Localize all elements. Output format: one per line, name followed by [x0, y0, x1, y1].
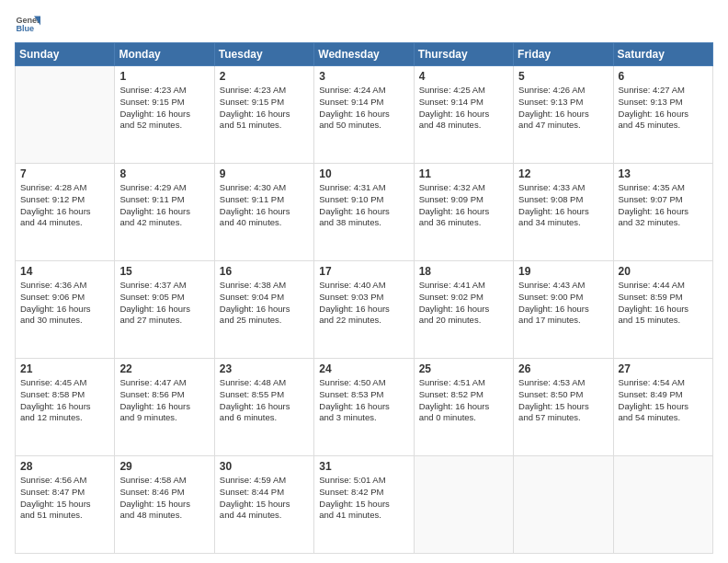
day-info: Sunrise: 4:50 AM Sunset: 8:53 PM Dayligh… — [319, 377, 408, 424]
day-info: Sunrise: 4:25 AM Sunset: 9:14 PM Dayligh… — [419, 85, 508, 132]
day-info: Sunrise: 4:44 AM Sunset: 8:59 PM Dayligh… — [619, 280, 708, 327]
calendar-week-1: 7Sunrise: 4:28 AM Sunset: 9:12 PM Daylig… — [16, 164, 713, 261]
calendar-cell: 25Sunrise: 4:51 AM Sunset: 8:52 PM Dayli… — [414, 359, 513, 456]
calendar-cell: 28Sunrise: 4:56 AM Sunset: 8:47 PM Dayli… — [16, 456, 115, 554]
calendar-cell: 4Sunrise: 4:25 AM Sunset: 9:14 PM Daylig… — [414, 66, 513, 164]
day-number: 31 — [319, 460, 408, 473]
calendar-cell: 19Sunrise: 4:43 AM Sunset: 9:00 PM Dayli… — [514, 261, 613, 359]
calendar-week-0: 1Sunrise: 4:23 AM Sunset: 9:15 PM Daylig… — [16, 66, 713, 164]
calendar-cell — [414, 456, 513, 554]
day-info: Sunrise: 4:47 AM Sunset: 8:56 PM Dayligh… — [119, 377, 209, 424]
day-number: 18 — [419, 265, 508, 278]
day-info: Sunrise: 4:36 AM Sunset: 9:06 PM Dayligh… — [20, 280, 109, 327]
calendar-cell: 27Sunrise: 4:54 AM Sunset: 8:49 PM Dayli… — [613, 359, 712, 456]
day-number: 3 — [319, 70, 408, 83]
day-number: 21 — [20, 362, 109, 375]
day-number: 16 — [220, 265, 309, 278]
calendar-cell: 21Sunrise: 4:45 AM Sunset: 8:58 PM Dayli… — [16, 359, 115, 456]
day-number: 20 — [619, 265, 708, 278]
day-info: Sunrise: 4:43 AM Sunset: 9:00 PM Dayligh… — [518, 280, 608, 327]
day-number: 17 — [319, 265, 408, 278]
day-info: Sunrise: 4:54 AM Sunset: 8:49 PM Dayligh… — [619, 377, 708, 424]
day-number: 9 — [220, 167, 309, 180]
calendar-cell: 14Sunrise: 4:36 AM Sunset: 9:06 PM Dayli… — [16, 261, 115, 359]
calendar-cell: 7Sunrise: 4:28 AM Sunset: 9:12 PM Daylig… — [16, 164, 115, 261]
day-info: Sunrise: 4:53 AM Sunset: 8:50 PM Dayligh… — [518, 377, 608, 424]
calendar-cell: 9Sunrise: 4:30 AM Sunset: 9:11 PM Daylig… — [214, 164, 313, 261]
day-info: Sunrise: 5:01 AM Sunset: 8:42 PM Dayligh… — [319, 475, 408, 522]
day-number: 25 — [419, 362, 508, 375]
day-number: 28 — [20, 460, 109, 473]
calendar-cell: 5Sunrise: 4:26 AM Sunset: 9:13 PM Daylig… — [514, 66, 613, 164]
calendar-cell: 2Sunrise: 4:23 AM Sunset: 9:15 PM Daylig… — [214, 66, 313, 164]
day-info: Sunrise: 4:40 AM Sunset: 9:03 PM Dayligh… — [319, 280, 408, 327]
day-number: 30 — [220, 460, 309, 473]
day-number: 19 — [518, 265, 608, 278]
day-info: Sunrise: 4:41 AM Sunset: 9:02 PM Dayligh… — [419, 280, 508, 327]
day-info: Sunrise: 4:58 AM Sunset: 8:46 PM Dayligh… — [119, 475, 209, 522]
calendar-cell: 12Sunrise: 4:33 AM Sunset: 9:08 PM Dayli… — [514, 164, 613, 261]
day-info: Sunrise: 4:28 AM Sunset: 9:12 PM Dayligh… — [20, 182, 109, 229]
col-header-wednesday: Wednesday — [314, 43, 414, 66]
calendar-cell — [514, 456, 613, 554]
day-number: 6 — [619, 70, 708, 83]
day-info: Sunrise: 4:32 AM Sunset: 9:09 PM Dayligh… — [419, 182, 508, 229]
calendar-cell: 22Sunrise: 4:47 AM Sunset: 8:56 PM Dayli… — [115, 359, 214, 456]
day-info: Sunrise: 4:33 AM Sunset: 9:08 PM Dayligh… — [518, 182, 608, 229]
day-number: 5 — [518, 70, 608, 83]
day-number: 2 — [220, 70, 309, 83]
day-number: 24 — [319, 362, 408, 375]
day-info: Sunrise: 4:31 AM Sunset: 9:10 PM Dayligh… — [319, 182, 408, 229]
day-number: 1 — [119, 70, 209, 83]
day-number: 4 — [419, 70, 508, 83]
day-info: Sunrise: 4:56 AM Sunset: 8:47 PM Dayligh… — [20, 475, 109, 522]
day-info: Sunrise: 4:26 AM Sunset: 9:13 PM Dayligh… — [518, 85, 608, 132]
header: General Blue — [15, 11, 713, 37]
day-info: Sunrise: 4:23 AM Sunset: 9:15 PM Dayligh… — [119, 85, 209, 132]
day-number: 11 — [419, 167, 508, 180]
day-number: 7 — [20, 167, 109, 180]
day-info: Sunrise: 4:37 AM Sunset: 9:05 PM Dayligh… — [119, 280, 209, 327]
calendar-cell: 24Sunrise: 4:50 AM Sunset: 8:53 PM Dayli… — [314, 359, 414, 456]
day-number: 13 — [619, 167, 708, 180]
calendar-cell: 29Sunrise: 4:58 AM Sunset: 8:46 PM Dayli… — [115, 456, 214, 554]
day-number: 10 — [319, 167, 408, 180]
logo: General Blue — [15, 11, 40, 37]
svg-text:Blue: Blue — [16, 24, 34, 33]
calendar-cell: 23Sunrise: 4:48 AM Sunset: 8:55 PM Dayli… — [214, 359, 313, 456]
day-number: 22 — [119, 362, 209, 375]
calendar-table: SundayMondayTuesdayWednesdayThursdayFrid… — [15, 42, 713, 554]
col-header-thursday: Thursday — [414, 43, 513, 66]
calendar-week-2: 14Sunrise: 4:36 AM Sunset: 9:06 PM Dayli… — [16, 261, 713, 359]
calendar-cell: 15Sunrise: 4:37 AM Sunset: 9:05 PM Dayli… — [115, 261, 214, 359]
calendar-cell: 16Sunrise: 4:38 AM Sunset: 9:04 PM Dayli… — [214, 261, 313, 359]
day-info: Sunrise: 4:38 AM Sunset: 9:04 PM Dayligh… — [220, 280, 309, 327]
calendar-cell: 31Sunrise: 5:01 AM Sunset: 8:42 PM Dayli… — [314, 456, 414, 554]
calendar-cell: 20Sunrise: 4:44 AM Sunset: 8:59 PM Dayli… — [613, 261, 712, 359]
calendar-cell: 6Sunrise: 4:27 AM Sunset: 9:13 PM Daylig… — [613, 66, 712, 164]
day-number: 29 — [119, 460, 209, 473]
day-info: Sunrise: 4:59 AM Sunset: 8:44 PM Dayligh… — [220, 475, 309, 522]
day-info: Sunrise: 4:35 AM Sunset: 9:07 PM Dayligh… — [619, 182, 708, 229]
calendar-cell: 3Sunrise: 4:24 AM Sunset: 9:14 PM Daylig… — [314, 66, 414, 164]
calendar-cell: 11Sunrise: 4:32 AM Sunset: 9:09 PM Dayli… — [414, 164, 513, 261]
calendar-cell: 8Sunrise: 4:29 AM Sunset: 9:11 PM Daylig… — [115, 164, 214, 261]
day-number: 14 — [20, 265, 109, 278]
col-header-sunday: Sunday — [16, 43, 115, 66]
day-number: 12 — [518, 167, 608, 180]
day-info: Sunrise: 4:45 AM Sunset: 8:58 PM Dayligh… — [20, 377, 109, 424]
calendar-cell: 10Sunrise: 4:31 AM Sunset: 9:10 PM Dayli… — [314, 164, 414, 261]
calendar-week-3: 21Sunrise: 4:45 AM Sunset: 8:58 PM Dayli… — [16, 359, 713, 456]
calendar-cell: 26Sunrise: 4:53 AM Sunset: 8:50 PM Dayli… — [514, 359, 613, 456]
calendar-week-4: 28Sunrise: 4:56 AM Sunset: 8:47 PM Dayli… — [16, 456, 713, 554]
calendar-header-row: SundayMondayTuesdayWednesdayThursdayFrid… — [16, 43, 713, 66]
day-info: Sunrise: 4:48 AM Sunset: 8:55 PM Dayligh… — [220, 377, 309, 424]
col-header-friday: Friday — [514, 43, 613, 66]
day-number: 26 — [518, 362, 608, 375]
day-number: 27 — [619, 362, 708, 375]
col-header-tuesday: Tuesday — [214, 43, 313, 66]
day-info: Sunrise: 4:51 AM Sunset: 8:52 PM Dayligh… — [419, 377, 508, 424]
calendar-cell — [613, 456, 712, 554]
day-number: 23 — [220, 362, 309, 375]
calendar-cell: 13Sunrise: 4:35 AM Sunset: 9:07 PM Dayli… — [613, 164, 712, 261]
